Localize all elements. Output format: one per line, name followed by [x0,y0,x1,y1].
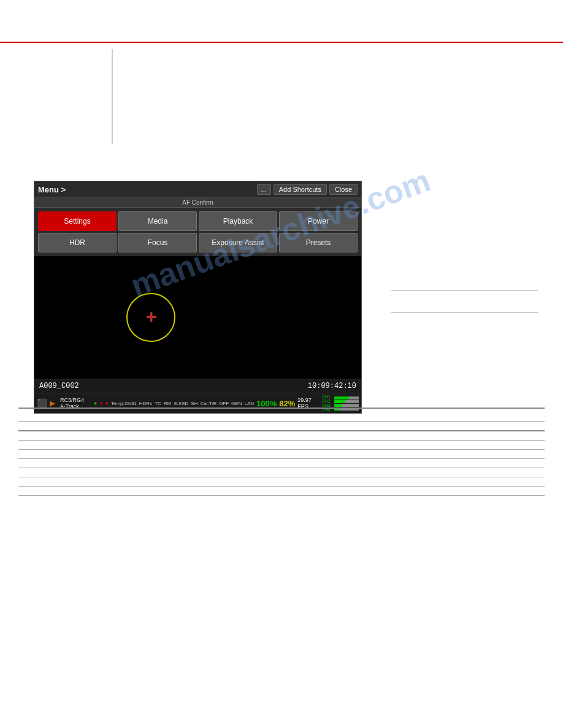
menu-title: Menu > [38,185,255,194]
hr-line-8 [18,495,545,496]
media-button[interactable]: Media [118,211,197,231]
status-cal: Cal:T/E [200,401,216,406]
clip-name: A009_C002 [39,382,79,390]
ellipsis-button[interactable]: ... [257,184,271,195]
rec-icon: ⬛ [37,398,47,408]
af-confirm-bar: AF Confirm [34,198,361,208]
dot3: ● [105,400,109,406]
status-off: OFF [219,401,229,406]
ch2-label: CH2 [322,399,331,403]
viewfinder: ✛ [34,256,361,379]
lines-section [18,408,545,496]
settings-button[interactable]: Settings [38,211,117,231]
camera-ui: Menu > ... Add Shortcuts Close AF Confir… [34,181,362,414]
af-circle: ✛ [126,293,175,342]
timecode-bar: A009_C002 10:09:42:10 [34,379,361,393]
status-82: 82% [279,399,295,408]
menu-bar: Menu > ... Add Shortcuts Close [34,181,361,198]
status-hdr: HDRx [139,401,152,406]
crosshair-icon: ✛ [146,311,156,324]
camera-ui-screenshot: Menu > ... Add Shortcuts Close AF Confir… [34,181,362,414]
af-confirm-label: AF Confirm [182,199,213,206]
status-gen: GEN [231,401,242,406]
dot1: ● [94,400,97,406]
ch3-label: CH3 [322,403,331,408]
top-red-line [0,42,563,43]
playback-button[interactable]: Playback [199,211,277,231]
status-temp: Temp:28/31 [111,401,137,406]
hdr-button[interactable]: HDR [38,233,117,252]
play-icon: ▶ [50,399,55,408]
power-button[interactable]: Power [279,211,358,231]
status-rm: RM [164,401,171,406]
status-100: 100% [256,399,277,408]
status-s-ssd: S.SSD [174,401,188,406]
exposure-assist-button[interactable]: Exposure Assist [199,233,277,252]
annotation-line-2 [391,313,538,313]
close-button[interactable]: Close [329,184,358,195]
status-lan: LAN [244,401,254,406]
timecode: 10:09:42:10 [308,382,356,390]
add-shortcuts-button[interactable]: Add Shortcuts [274,184,327,195]
left-vertical-line [112,49,113,144]
status-sh: SH [191,401,197,406]
focus-button[interactable]: Focus [118,233,197,252]
ch1-label: CH1 [322,395,331,399]
annotation-line-1 [391,290,538,290]
right-annotation [391,288,538,315]
dot2: ● [99,400,102,406]
status-tc: TC [155,401,161,406]
button-grid: Settings Media Playback Power HDR Focus … [34,208,361,256]
presets-button[interactable]: Presets [279,233,358,252]
